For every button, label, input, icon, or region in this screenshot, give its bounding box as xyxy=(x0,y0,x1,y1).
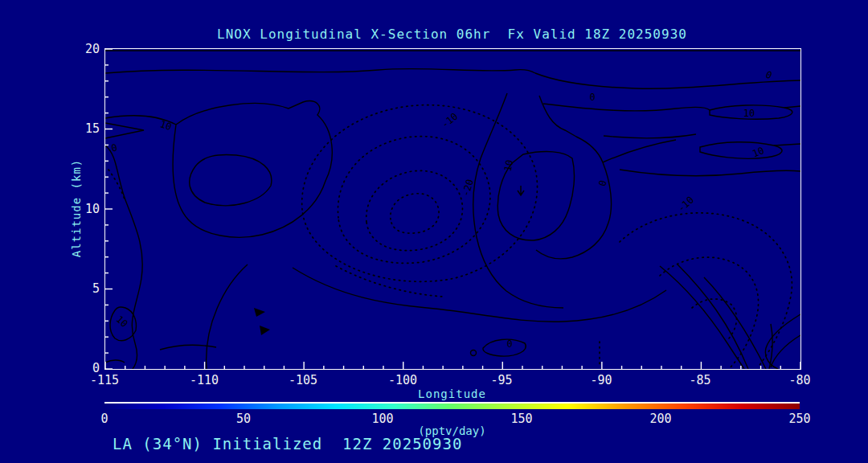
contour-label: 0 xyxy=(506,338,512,350)
y-tick-label-20: 20 xyxy=(66,42,100,56)
contour-label: 10 xyxy=(114,313,130,330)
contour-label: 0 xyxy=(596,179,608,188)
y-tick-label-15: 15 xyxy=(66,121,100,136)
plot-area: 0 10 -10 -20 10 0 0 0 10 10 -10 10 0 xyxy=(104,48,801,370)
contour-label: 10 xyxy=(743,108,755,119)
x-tick-label: -110 xyxy=(176,373,232,387)
footer-initialization-text: LA (34°N) Initialized 12Z 20250930 xyxy=(113,435,462,453)
y-tick-label-5: 5 xyxy=(66,281,100,296)
y-axis-title: Altitude (km) xyxy=(70,159,83,258)
contour-label: 0 xyxy=(110,141,118,154)
contour-labels: 0 10 -10 -20 10 0 0 0 10 10 -10 10 0 xyxy=(110,68,773,350)
filled-triangle-marker xyxy=(254,308,265,317)
dotted-contours xyxy=(108,105,792,369)
colorbar-gradient xyxy=(104,404,800,409)
x-tick-label: -85 xyxy=(672,373,728,387)
x-axis-ticks xyxy=(105,362,800,369)
y-axis-ticks xyxy=(105,49,113,369)
chart-title: LNOX Longitudinal X-Section 06hr Fx Vali… xyxy=(104,27,800,42)
filled-triangle-marker xyxy=(260,326,270,335)
x-tick-label: -90 xyxy=(573,373,629,387)
x-tick-label: -115 xyxy=(76,373,133,387)
contour-plot-svg: 0 10 -10 -20 10 0 0 0 10 10 -10 10 0 xyxy=(105,49,800,369)
contour-label: 0 xyxy=(764,68,774,81)
contour-label: -10 xyxy=(440,111,461,130)
x-tick-label: -105 xyxy=(275,373,331,387)
contour-label: 0 xyxy=(589,92,595,103)
x-tick-label: -80 xyxy=(772,373,828,387)
x-tick-label: -100 xyxy=(375,373,431,387)
contour-label: 10 xyxy=(502,159,516,173)
x-tick-label: -95 xyxy=(473,373,530,387)
x-axis-title: Longitude xyxy=(104,387,800,400)
contour-label: 10 xyxy=(158,118,173,133)
contour-label: -10 xyxy=(676,195,696,215)
